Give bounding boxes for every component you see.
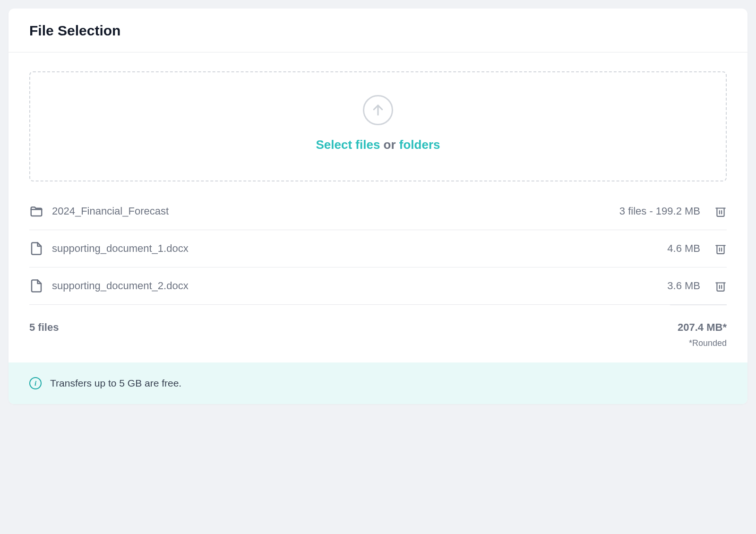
file-icon xyxy=(29,279,43,293)
total-size: 207.4 MB* xyxy=(678,321,727,334)
file-name: supporting_document_2.docx xyxy=(52,280,667,292)
delete-button[interactable] xyxy=(714,242,727,255)
dropzone-text: Select files or folders xyxy=(316,138,440,152)
file-meta: 3 files - 199.2 MB xyxy=(619,205,700,217)
page-title: File Selection xyxy=(29,23,727,39)
trash-icon xyxy=(714,242,727,255)
file-name: supporting_document_1.docx xyxy=(52,242,667,255)
file-count: 5 files xyxy=(29,321,59,334)
file-meta: 3.6 MB xyxy=(667,280,700,292)
card-body: Select files or folders 2024_Financial_F… xyxy=(9,52,747,362)
file-name: 2024_Financial_Forecast xyxy=(52,205,619,217)
rounded-note: *Rounded xyxy=(678,338,727,348)
info-banner: i Transfers up to 5 GB are free. xyxy=(9,362,747,404)
file-row: 2024_Financial_Forecast 3 files - 199.2 … xyxy=(29,193,727,230)
trash-icon xyxy=(714,280,727,292)
summary-row: 5 files 207.4 MB* *Rounded xyxy=(29,305,727,348)
card-header: File Selection xyxy=(9,9,747,52)
select-folders-link[interactable]: folders xyxy=(399,138,440,152)
info-icon: i xyxy=(29,377,42,389)
or-text: or xyxy=(380,138,399,152)
file-dropzone[interactable]: Select files or folders xyxy=(29,71,727,181)
folder-icon xyxy=(29,204,43,218)
file-row: supporting_document_2.docx 3.6 MB xyxy=(29,267,727,305)
info-text: Transfers up to 5 GB are free. xyxy=(50,378,181,389)
file-list: 2024_Financial_Forecast 3 files - 199.2 … xyxy=(29,193,727,348)
select-files-link[interactable]: Select files xyxy=(316,138,380,152)
delete-button[interactable] xyxy=(714,205,727,217)
file-row: supporting_document_1.docx 4.6 MB xyxy=(29,230,727,267)
upload-icon xyxy=(363,95,393,125)
file-selection-card: File Selection Select files or folders 2… xyxy=(9,9,747,404)
trash-icon xyxy=(714,205,727,217)
delete-button[interactable] xyxy=(714,280,727,292)
file-meta: 4.6 MB xyxy=(667,242,700,255)
file-icon xyxy=(29,241,43,256)
summary-divider xyxy=(670,305,727,305)
summary-right: 207.4 MB* *Rounded xyxy=(678,321,727,348)
